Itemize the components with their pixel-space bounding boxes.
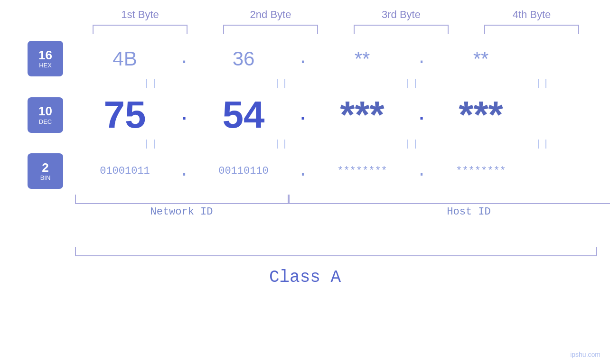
dec-sep3: . [414, 105, 429, 125]
dec-badge: 10 DEC [28, 97, 63, 133]
bin-b2: 00110110 [191, 165, 296, 177]
bin-sep1: . [177, 161, 191, 181]
bin-badge-label: BIN [40, 174, 51, 181]
hex-b2: 36 [191, 47, 296, 70]
main-container: 1st Byte 2nd Byte 3rd Byte 4th Byte 16 H… [0, 0, 610, 364]
hex-b1: 4B [73, 47, 177, 70]
dec-values: 75 . 54 . *** . *** [73, 93, 605, 137]
hex-values: 4B . 36 . ** . ** [73, 47, 605, 70]
big-bracket [75, 247, 597, 256]
bin-b3: ******** [310, 165, 414, 177]
hex-b4: ** [429, 47, 533, 70]
eq1-b4: || [491, 78, 595, 89]
byte-headers: 1st Byte 2nd Byte 3rd Byte 4th Byte [75, 9, 597, 21]
eq2-b1: || [99, 139, 204, 149]
bin-b1: 01001011 [73, 165, 177, 177]
dec-sep2: . [296, 105, 310, 125]
equals-row1: || || || || [86, 76, 609, 91]
dec-sep1: . [177, 105, 191, 125]
byte1-header: 1st Byte [88, 9, 192, 21]
dec-b4: *** [429, 93, 533, 137]
byte2-header: 2nd Byte [218, 9, 323, 21]
byte3-header: 3rd Byte [349, 9, 453, 21]
dec-b1: 75 [73, 93, 177, 137]
equals-row2: || || || || [86, 137, 609, 151]
dec-b2: 54 [191, 93, 296, 137]
eq2-b4: || [491, 139, 595, 149]
bracket-byte4 [484, 25, 579, 34]
bin-badge-num: 2 [42, 161, 48, 175]
dec-badge-num: 10 [38, 104, 52, 118]
bracket-byte3 [354, 25, 449, 34]
hex-sep3: . [414, 49, 429, 68]
eq1-b3: || [360, 78, 465, 89]
hex-sep2: . [296, 49, 310, 68]
hex-badge-num: 16 [38, 48, 52, 62]
bin-sep2: . [296, 161, 310, 181]
hex-badge-label: HEX [39, 62, 52, 69]
bin-values: 01001011 . 00110110 . ******** . *******… [73, 161, 605, 181]
big-bracket-area [75, 247, 597, 261]
hex-badge: 16 HEX [28, 41, 63, 76]
top-brackets [75, 25, 597, 34]
network-bracket [75, 195, 289, 204]
bin-b4: ******** [429, 165, 533, 177]
eq2-b3: || [360, 139, 465, 149]
hex-sep1: . [177, 49, 191, 68]
eq1-b1: || [99, 78, 204, 89]
dec-row: 10 DEC 75 . 54 . *** . *** [0, 93, 610, 137]
dec-b3: *** [310, 93, 414, 137]
eq2-b2: || [230, 139, 334, 149]
network-id-label: Network ID [75, 206, 289, 218]
bracket-byte1 [93, 25, 188, 34]
hex-b3: ** [310, 47, 414, 70]
host-id-label: Host ID [289, 206, 610, 218]
byte4-header: 4th Byte [479, 9, 584, 21]
bin-row: 2 BIN 01001011 . 00110110 . ******** . *… [0, 153, 610, 189]
watermark: ipshu.com [570, 351, 601, 358]
bin-sep3: . [414, 161, 429, 181]
class-label: Class A [0, 268, 610, 287]
hex-row: 16 HEX 4B . 36 . ** . ** [0, 41, 610, 76]
eq1-b2: || [230, 78, 334, 89]
dec-badge-label: DEC [39, 118, 52, 125]
bottom-brackets: Network ID Host ID [75, 195, 597, 218]
bin-badge: 2 BIN [28, 153, 63, 189]
bracket-byte2 [223, 25, 318, 34]
host-bracket [289, 195, 610, 204]
